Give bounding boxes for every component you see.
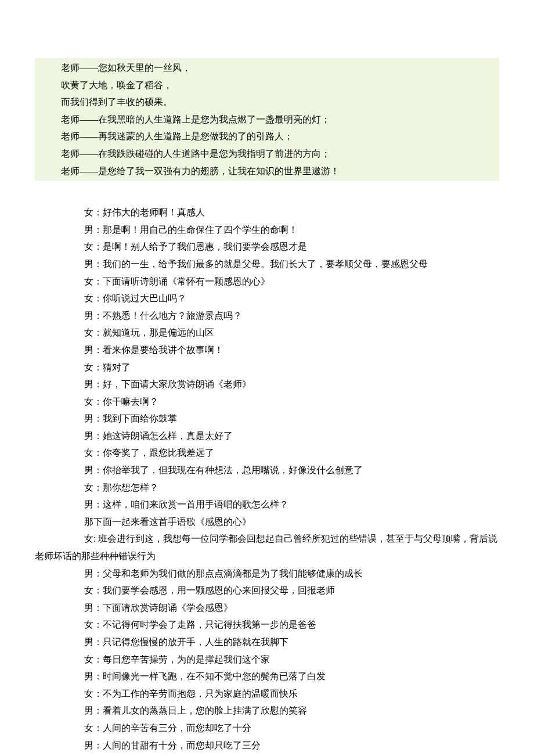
poem-section: 老师——您如秋天里的一丝风， 吹黄了大地，唤金了稻谷， 而我们得到了丰收的硕果。… — [35, 58, 499, 181]
dialogue-line: 女：你干嘛去啊？ — [35, 393, 499, 411]
poem-line: 老师——是您给了我一双强有力的翅膀，让我在知识的世界里遨游！ — [35, 163, 499, 180]
dialogue-line: 男：下面请欣赏诗朗诵《学会感恩》 — [35, 599, 499, 617]
dialogue-line: 男：那是啊！用自己的生命保住了四个学生的命啊！ — [35, 221, 499, 239]
dialogue-line: 男：这样，咱们来欣赏一首用手语唱的歌怎么样？ — [35, 496, 499, 513]
poem-line: 老师——在我跌跌碰碰的人生道路中是您为我指明了前进的方向； — [35, 145, 499, 163]
dialogue-line: 男：你抬举我了，但我现在有种想法，总用嘴说，好像没什么创意了 — [35, 462, 499, 479]
dialogue-line: 女：是啊！别人给予了我们恩惠，我们要学会感恩才是 — [35, 238, 499, 255]
dialogue-line: 女：你夸奖了，跟您比我差远了 — [35, 444, 499, 462]
dialogue-line: 女：每日您辛苦操劳，为的是撑起我们这个家 — [35, 651, 499, 668]
dialogue-line: 男：父母和老师为我们做的那点点滴滴都是为了我们能够健康的成长 — [35, 565, 499, 582]
dialogue-line: 男：时间像光一样飞跑，在不知不觉中您的鬓角已落了白发 — [35, 668, 499, 685]
dialogue-line: 男：好，下面请大家欣赏诗朗诵《老师》 — [35, 376, 499, 393]
dialogue-line: 女：不为工作的辛劳而抱怨，只为家庭的温暖而快乐 — [35, 685, 499, 703]
dialogue-line: 男：看来你是要给我讲个故事啊！ — [35, 341, 499, 359]
poem-line: 老师——再我迷蒙的人生道路上是您做我的了的引路人； — [35, 128, 499, 145]
dialogue-line: 女：猜对了 — [35, 359, 499, 376]
dialogue-line: 女：就知道玩，那是偏远的山区 — [35, 324, 499, 341]
dialogue-section: 女：好伟大的老师啊！真感人 男：那是啊！用自己的生命保住了四个学生的命啊！ 女：… — [35, 204, 499, 754]
poem-line: 吹黄了大地，唤金了稻谷， — [35, 77, 499, 94]
dialogue-line-wrapped: 女: 班会进行到这，我想每一位同学都会回想起自己曾经所犯过的些错误，甚至于与父母… — [35, 530, 499, 564]
narrative-line: 那下面一起来看这首手语歌《感恩的心》 — [35, 513, 499, 531]
dialogue-line: 女：你听说过大巴山吗？ — [35, 290, 499, 307]
dialogue-line: 男：我到下面给你鼓掌 — [35, 410, 499, 427]
poem-line: 而我们得到了丰收的硕果。 — [35, 93, 499, 111]
dialogue-line: 男：我们的一生，给予我们最多的就是父母。我们长大了，要孝顺父母，要感恩父母 — [35, 255, 499, 273]
dialogue-line: 女：不记得何时学会了走路，只记得扶我第一步的是爸爸 — [35, 616, 499, 633]
dialogue-line: 男：人间的甘甜有十分，而您却只吃了三分 — [35, 737, 499, 754]
dialogue-line: 女：下面请听诗朗诵《常怀有一颗感恩的心》 — [35, 273, 499, 290]
poem-line: 老师——在我黑暗的人生道路上是您为我点燃了一盏最明亮的灯； — [35, 111, 499, 128]
dialogue-line: 男：她这诗朗诵怎么样，真是太好了 — [35, 427, 499, 445]
dialogue-line: 女：人间的辛苦有三分，而您却吃了十分 — [35, 719, 499, 737]
dialogue-line: 男：只记得您慢慢的放开手，人生的路就在我脚下 — [35, 633, 499, 651]
dialogue-line: 女：那你想怎样？ — [35, 479, 499, 496]
poem-line: 老师——您如秋天里的一丝风， — [35, 59, 499, 77]
dialogue-line: 女：我们要学会感恩，用一颗感恩的心来回报父母，回报老师 — [35, 582, 499, 599]
dialogue-line: 男：看着儿女的蒸蒸日上，您的脸上挂满了欣慰的笑容 — [35, 702, 499, 719]
dialogue-line: 男：不熟悉！什么地方？旅游景点吗？ — [35, 307, 499, 325]
dialogue-line: 女：好伟大的老师啊！真感人 — [35, 204, 499, 221]
